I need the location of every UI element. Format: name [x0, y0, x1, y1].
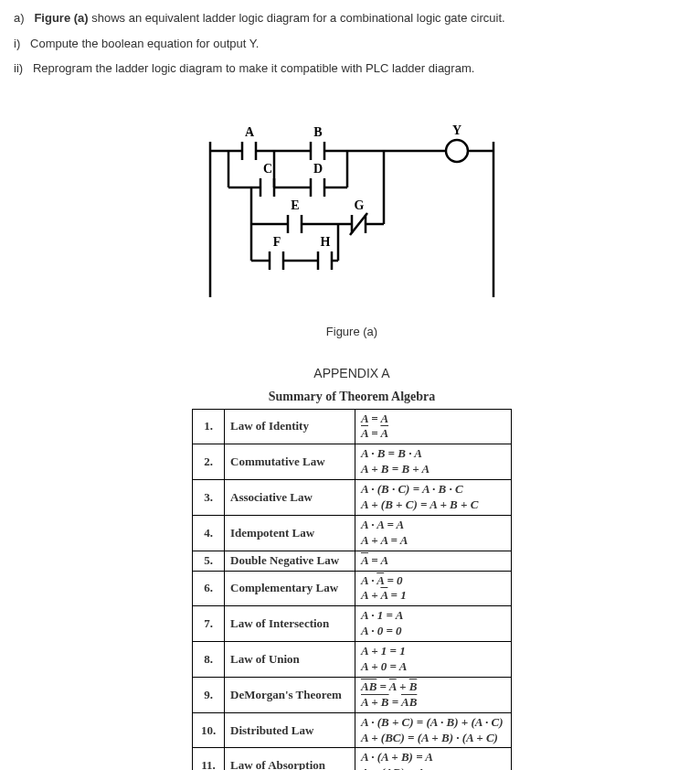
table-row: 8. Law of Union A + 1 = 1 A + 0 = A	[193, 642, 512, 678]
table-row: 7. Law of Intersection A · 1 = A A · 0 =…	[193, 606, 512, 642]
row-name: DeMorgan's Theorem	[225, 677, 355, 712]
row-formula: A · 1 = A A · 0 = 0	[355, 606, 512, 642]
formula-text: A · (B + C) = (A · B) + (A · C)	[361, 715, 504, 729]
row-formula: A · B = B · A A + B = B + A	[355, 444, 512, 480]
row-name: Law of Identity	[225, 409, 355, 444]
formula-text: A + (B + C) = A + B + C	[361, 497, 478, 511]
formula-text: = A	[368, 553, 388, 567]
figure-caption: Figure (a)	[14, 325, 690, 338]
row-name: Double Negative Law	[225, 551, 355, 571]
subpart-ii: ii) Reprogram the ladder logic diagram t…	[14, 59, 690, 78]
row-num: 1.	[193, 409, 225, 444]
table-row: 10. Distributed Law A · (B + C) = (A · B…	[193, 712, 512, 748]
contact-G-label: G	[355, 198, 365, 212]
formula-text: A · (B · C) = A · B · C	[361, 482, 463, 496]
row-formula: A · (B + C) = (A · B) + (A · C) A + (BC)…	[355, 712, 512, 748]
table-row: 2. Commutative Law A · B = B · A A + B =…	[193, 444, 512, 480]
row-formula: A = A A = A	[355, 409, 512, 444]
table-row: 9. DeMorgan's Theorem AB = A + B A + B =…	[193, 677, 512, 712]
row-name: Commutative Law	[225, 444, 355, 480]
formula-text: AB	[401, 695, 417, 709]
row-num: 5.	[193, 551, 225, 571]
contact-H-label: H	[321, 235, 331, 249]
formula-text: A = A	[361, 412, 388, 425]
figure-ref-bold: Figure (a)	[34, 11, 88, 25]
formula-text: =	[377, 679, 388, 693]
row-name: Distributed Law	[225, 712, 355, 748]
ladder-diagram-figure: .wire { stroke:#000; stroke-width:2.5; f…	[14, 114, 690, 338]
row-num: 7.	[193, 606, 225, 642]
formula-text: A + B = B + A	[361, 462, 430, 476]
appendix-title: APPENDIX A	[14, 366, 690, 380]
row-formula: A · (A + B) = A A + (AB) = A	[355, 748, 512, 770]
i-label: i)	[14, 37, 20, 50]
formula-text: A	[377, 573, 384, 587]
ii-text: Reprogram the ladder logic diagram to ma…	[33, 61, 474, 75]
formula-text: A + A = A	[361, 533, 408, 547]
table-title: Summary of Theorem Algebra	[14, 390, 690, 404]
formula-text: A · A = A	[361, 518, 404, 531]
row-name: Complementary Law	[225, 571, 355, 606]
row-name: Law of Union	[225, 642, 355, 678]
formula-text: = 1	[387, 588, 406, 602]
contact-D-label: D	[313, 162, 323, 176]
row-name: Law of Absorption	[225, 748, 355, 770]
formula-text: A ·	[361, 573, 377, 587]
output-Y-label: Y	[452, 123, 461, 137]
formula-text: A + B	[361, 695, 389, 709]
row-num: 2.	[193, 444, 225, 480]
formula-text: A + (AB) = A	[361, 765, 425, 770]
part-a-text: shows an equivalent ladder logic diagram…	[89, 11, 505, 25]
formula-text: A + (BC) = (A + B) · (A + C)	[361, 731, 498, 744]
formula-text: A · B = B · A	[361, 446, 422, 460]
ladder-svg: .wire { stroke:#000; stroke-width:2.5; f…	[201, 114, 503, 315]
row-num: 10.	[193, 712, 225, 748]
formula-text: A	[361, 553, 368, 567]
formula-text: A · 1 = A	[361, 608, 403, 622]
table-row: 4. Idempotent Law A · A = A A + A = A	[193, 515, 512, 551]
row-num: 4.	[193, 515, 225, 551]
contact-B-label: B	[313, 125, 322, 139]
contact-C-label: C	[263, 162, 272, 176]
formula-text: A	[380, 426, 388, 440]
part-a-label: a)	[14, 11, 25, 25]
formula-text: A · (A + B) = A	[361, 750, 433, 764]
i-text: Compute the boolean equation for output …	[30, 37, 259, 50]
row-formula: A · A = A A + A = A	[355, 515, 512, 551]
ii-label: ii)	[14, 61, 23, 75]
contact-F-label: F	[273, 235, 281, 249]
theorem-table: 1. Law of Identity A = A A = A 2. Commut…	[192, 409, 512, 771]
contact-A-label: A	[245, 125, 255, 139]
svg-point-9	[446, 140, 468, 162]
formula-text: A	[389, 679, 397, 693]
contact-E-label: E	[291, 198, 299, 212]
table-row: 1. Law of Identity A = A A = A	[193, 409, 512, 444]
formula-text: B	[409, 679, 418, 693]
table-row: 11. Law of Absorption A · (A + B) = A A …	[193, 748, 512, 770]
formula-text: A + 0 = A	[361, 659, 407, 673]
row-num: 6.	[193, 571, 225, 606]
row-formula: A · A = 0 A + A = 1	[355, 571, 512, 606]
row-name: Law of Intersection	[225, 606, 355, 642]
formula-text: A +	[361, 588, 380, 602]
formula-text: =	[389, 695, 401, 709]
row-formula: A = A	[355, 551, 512, 571]
row-name: Idempotent Law	[225, 515, 355, 551]
formula-text: +	[397, 679, 409, 693]
formula-text: AB	[361, 679, 377, 693]
row-formula: A · (B · C) = A · B · C A + (B + C) = A …	[355, 480, 512, 516]
subpart-i: i) Compute the boolean equation for outp…	[14, 35, 690, 53]
formula-text: = 0	[384, 573, 402, 587]
row-num: 8.	[193, 642, 225, 678]
row-formula: A + 1 = 1 A + 0 = A	[355, 642, 512, 678]
table-row: 5. Double Negative Law A = A	[193, 551, 512, 571]
table-row: 6. Complementary Law A · A = 0 A + A = 1	[193, 571, 512, 606]
row-formula: AB = A + B A + B = AB	[355, 677, 512, 712]
row-num: 9.	[193, 677, 225, 712]
question-part-a: a) Figure (a) shows an equivalent ladder…	[14, 9, 690, 27]
formula-text: A	[361, 426, 368, 440]
row-num: 11.	[193, 748, 225, 770]
row-num: 3.	[193, 480, 225, 516]
table-row: 3. Associative Law A · (B · C) = A · B ·…	[193, 480, 512, 516]
formula-text: A + 1 = 1	[361, 644, 406, 658]
